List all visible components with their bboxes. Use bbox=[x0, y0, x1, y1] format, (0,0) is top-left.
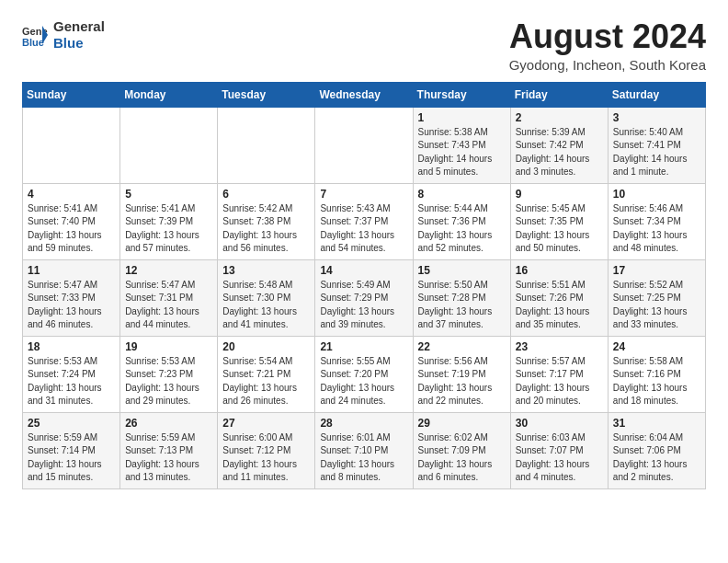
calendar-cell-week5-day6: 30Sunrise: 6:03 AM Sunset: 7:07 PM Dayli… bbox=[510, 412, 608, 488]
calendar-week-3: 11Sunrise: 5:47 AM Sunset: 7:33 PM Dayli… bbox=[23, 259, 706, 336]
day-number: 24 bbox=[613, 340, 700, 353]
day-info: Sunrise: 5:49 AM Sunset: 7:29 PM Dayligh… bbox=[320, 279, 407, 332]
header: General Blue General Blue August 2024 Gy… bbox=[22, 18, 706, 73]
calendar-cell-week4-day5: 22Sunrise: 5:56 AM Sunset: 7:19 PM Dayli… bbox=[413, 336, 510, 412]
day-info: Sunrise: 5:51 AM Sunset: 7:26 PM Dayligh… bbox=[516, 279, 603, 332]
day-info: Sunrise: 5:43 AM Sunset: 7:37 PM Dayligh… bbox=[320, 202, 407, 256]
day-number: 15 bbox=[418, 264, 506, 277]
calendar-cell-week5-day7: 31Sunrise: 6:04 AM Sunset: 7:06 PM Dayli… bbox=[608, 412, 705, 488]
calendar-cell-week5-day5: 29Sunrise: 6:02 AM Sunset: 7:09 PM Dayli… bbox=[413, 412, 510, 488]
day-info: Sunrise: 6:01 AM Sunset: 7:10 PM Dayligh… bbox=[320, 431, 407, 485]
calendar-cell-week2-day5: 8Sunrise: 5:44 AM Sunset: 7:36 PM Daylig… bbox=[413, 183, 510, 259]
title-area: August 2024 Gyodong, Incheon, South Kore… bbox=[509, 18, 706, 73]
day-info: Sunrise: 5:52 AM Sunset: 7:25 PM Dayligh… bbox=[613, 279, 700, 332]
weekday-header-friday: Friday bbox=[510, 82, 608, 107]
calendar-cell-week1-day7: 3Sunrise: 5:40 AM Sunset: 7:41 PM Daylig… bbox=[608, 107, 705, 183]
calendar-week-1: 1Sunrise: 5:38 AM Sunset: 7:43 PM Daylig… bbox=[23, 107, 706, 183]
day-info: Sunrise: 5:47 AM Sunset: 7:31 PM Dayligh… bbox=[125, 279, 212, 332]
main-title: August 2024 bbox=[509, 18, 706, 55]
calendar-week-4: 18Sunrise: 5:53 AM Sunset: 7:24 PM Dayli… bbox=[23, 336, 706, 412]
calendar-cell-week5-day4: 28Sunrise: 6:01 AM Sunset: 7:10 PM Dayli… bbox=[315, 412, 413, 488]
day-number: 21 bbox=[320, 340, 407, 353]
weekday-header-row: SundayMondayTuesdayWednesdayThursdayFrid… bbox=[23, 82, 706, 107]
weekday-header-sunday: Sunday bbox=[23, 82, 120, 107]
day-number: 28 bbox=[320, 417, 407, 430]
calendar-cell-week2-day7: 10Sunrise: 5:46 AM Sunset: 7:34 PM Dayli… bbox=[608, 183, 705, 259]
day-number: 12 bbox=[125, 264, 212, 277]
logo-icon: General Blue bbox=[22, 22, 48, 48]
calendar-table: SundayMondayTuesdayWednesdayThursdayFrid… bbox=[22, 82, 706, 489]
day-info: Sunrise: 5:48 AM Sunset: 7:30 PM Dayligh… bbox=[222, 279, 310, 332]
day-number: 17 bbox=[613, 264, 700, 277]
calendar-cell-week3-day4: 14Sunrise: 5:49 AM Sunset: 7:29 PM Dayli… bbox=[315, 259, 413, 336]
day-number: 13 bbox=[222, 264, 310, 277]
day-info: Sunrise: 5:53 AM Sunset: 7:23 PM Dayligh… bbox=[125, 355, 212, 408]
day-info: Sunrise: 5:41 AM Sunset: 7:39 PM Dayligh… bbox=[125, 202, 212, 256]
calendar-cell-week2-day6: 9Sunrise: 5:45 AM Sunset: 7:35 PM Daylig… bbox=[510, 183, 608, 259]
day-number: 10 bbox=[613, 188, 700, 201]
calendar-cell-week5-day2: 26Sunrise: 5:59 AM Sunset: 7:13 PM Dayli… bbox=[120, 412, 218, 488]
weekday-header-tuesday: Tuesday bbox=[218, 82, 315, 107]
logo: General Blue General Blue bbox=[22, 18, 105, 52]
calendar-cell-week2-day2: 5Sunrise: 5:41 AM Sunset: 7:39 PM Daylig… bbox=[120, 183, 218, 259]
calendar-cell-week1-day5: 1Sunrise: 5:38 AM Sunset: 7:43 PM Daylig… bbox=[413, 107, 510, 183]
calendar-cell-week4-day1: 18Sunrise: 5:53 AM Sunset: 7:24 PM Dayli… bbox=[23, 336, 120, 412]
day-info: Sunrise: 5:44 AM Sunset: 7:36 PM Dayligh… bbox=[418, 202, 506, 256]
day-number: 30 bbox=[516, 417, 603, 430]
day-number: 11 bbox=[28, 264, 115, 277]
day-number: 1 bbox=[418, 111, 506, 124]
day-number: 19 bbox=[125, 340, 212, 353]
calendar-cell-week4-day7: 24Sunrise: 5:58 AM Sunset: 7:16 PM Dayli… bbox=[608, 336, 705, 412]
day-info: Sunrise: 6:04 AM Sunset: 7:06 PM Dayligh… bbox=[613, 431, 700, 485]
day-info: Sunrise: 5:58 AM Sunset: 7:16 PM Dayligh… bbox=[613, 355, 700, 408]
day-info: Sunrise: 5:54 AM Sunset: 7:21 PM Dayligh… bbox=[222, 355, 310, 408]
calendar-cell-week3-day3: 13Sunrise: 5:48 AM Sunset: 7:30 PM Dayli… bbox=[218, 259, 315, 336]
calendar-cell-week4-day2: 19Sunrise: 5:53 AM Sunset: 7:23 PM Dayli… bbox=[120, 336, 218, 412]
calendar-cell-week1-day4 bbox=[315, 107, 413, 183]
day-number: 3 bbox=[613, 111, 700, 124]
calendar-cell-week4-day3: 20Sunrise: 5:54 AM Sunset: 7:21 PM Dayli… bbox=[218, 336, 315, 412]
calendar-cell-week3-day2: 12Sunrise: 5:47 AM Sunset: 7:31 PM Dayli… bbox=[120, 259, 218, 336]
calendar-cell-week2-day3: 6Sunrise: 5:42 AM Sunset: 7:38 PM Daylig… bbox=[218, 183, 315, 259]
logo-text: General Blue bbox=[53, 18, 105, 52]
day-info: Sunrise: 6:03 AM Sunset: 7:07 PM Dayligh… bbox=[516, 431, 603, 485]
day-info: Sunrise: 5:40 AM Sunset: 7:41 PM Dayligh… bbox=[613, 126, 700, 179]
day-number: 2 bbox=[516, 111, 603, 124]
calendar-cell-week5-day3: 27Sunrise: 6:00 AM Sunset: 7:12 PM Dayli… bbox=[218, 412, 315, 488]
day-number: 7 bbox=[320, 188, 407, 201]
day-number: 6 bbox=[222, 188, 310, 201]
weekday-header-monday: Monday bbox=[120, 82, 218, 107]
calendar-cell-week4-day6: 23Sunrise: 5:57 AM Sunset: 7:17 PM Dayli… bbox=[510, 336, 608, 412]
day-info: Sunrise: 5:56 AM Sunset: 7:19 PM Dayligh… bbox=[418, 355, 506, 408]
weekday-header-saturday: Saturday bbox=[608, 82, 705, 107]
day-info: Sunrise: 5:38 AM Sunset: 7:43 PM Dayligh… bbox=[418, 126, 506, 179]
day-number: 25 bbox=[28, 417, 115, 430]
day-number: 5 bbox=[125, 188, 212, 201]
day-number: 23 bbox=[516, 340, 603, 353]
calendar-cell-week3-day6: 16Sunrise: 5:51 AM Sunset: 7:26 PM Dayli… bbox=[510, 259, 608, 336]
day-info: Sunrise: 5:45 AM Sunset: 7:35 PM Dayligh… bbox=[516, 202, 603, 256]
day-info: Sunrise: 5:42 AM Sunset: 7:38 PM Dayligh… bbox=[222, 202, 310, 256]
day-info: Sunrise: 5:55 AM Sunset: 7:20 PM Dayligh… bbox=[320, 355, 407, 408]
day-number: 27 bbox=[222, 417, 310, 430]
day-info: Sunrise: 5:57 AM Sunset: 7:17 PM Dayligh… bbox=[516, 355, 603, 408]
day-number: 20 bbox=[222, 340, 310, 353]
calendar-cell-week1-day2 bbox=[120, 107, 218, 183]
calendar-cell-week1-day1 bbox=[23, 107, 120, 183]
day-info: Sunrise: 5:41 AM Sunset: 7:40 PM Dayligh… bbox=[28, 202, 115, 256]
calendar-cell-week5-day1: 25Sunrise: 5:59 AM Sunset: 7:14 PM Dayli… bbox=[23, 412, 120, 488]
day-info: Sunrise: 6:00 AM Sunset: 7:12 PM Dayligh… bbox=[222, 431, 310, 485]
day-number: 8 bbox=[418, 188, 506, 201]
day-number: 26 bbox=[125, 417, 212, 430]
calendar-cell-week2-day1: 4Sunrise: 5:41 AM Sunset: 7:40 PM Daylig… bbox=[23, 183, 120, 259]
day-number: 4 bbox=[28, 188, 115, 201]
calendar-cell-week1-day3 bbox=[218, 107, 315, 183]
calendar-cell-week4-day4: 21Sunrise: 5:55 AM Sunset: 7:20 PM Dayli… bbox=[315, 336, 413, 412]
logo-general: General bbox=[53, 18, 105, 34]
day-number: 18 bbox=[28, 340, 115, 353]
day-info: Sunrise: 6:02 AM Sunset: 7:09 PM Dayligh… bbox=[418, 431, 506, 485]
day-info: Sunrise: 5:47 AM Sunset: 7:33 PM Dayligh… bbox=[28, 279, 115, 332]
calendar-cell-week3-day5: 15Sunrise: 5:50 AM Sunset: 7:28 PM Dayli… bbox=[413, 259, 510, 336]
day-info: Sunrise: 5:46 AM Sunset: 7:34 PM Dayligh… bbox=[613, 202, 700, 256]
calendar-cell-week1-day6: 2Sunrise: 5:39 AM Sunset: 7:42 PM Daylig… bbox=[510, 107, 608, 183]
